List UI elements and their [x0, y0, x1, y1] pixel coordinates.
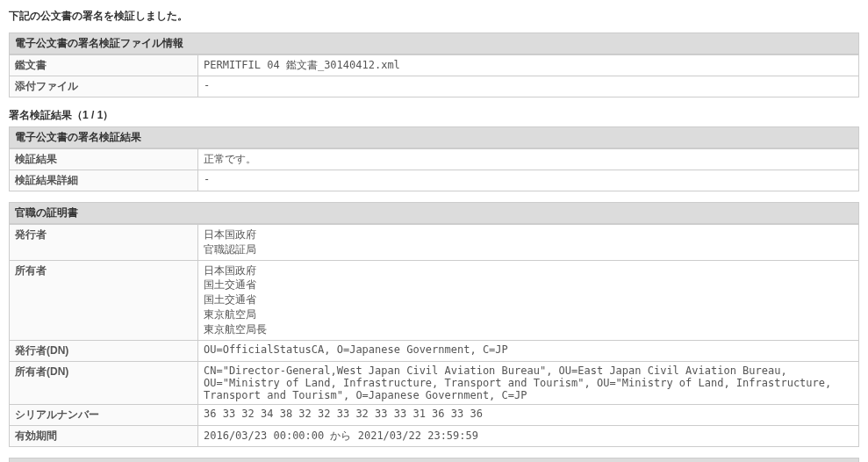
owner-line: 東京航空局 [204, 308, 256, 321]
owner-line: 日本国政府 [204, 264, 256, 277]
owner-value: 日本国政府 国土交通省 国土交通省 東京航空局 東京航空局長 [198, 260, 859, 340]
table-row: 検証結果詳細 - [10, 170, 859, 191]
official-cert-table: 発行者 日本国政府 官職認証局 所有者 日本国政府 国土交通省 国土交通省 東京… [9, 224, 859, 447]
issuer-line: 日本国政府 [204, 228, 256, 241]
kanbunsho-value: PERMITFIL 04 鑑文書_30140412.xml [198, 55, 859, 76]
attachment-value: - [198, 76, 859, 97]
owner-label: 所有者 [10, 260, 198, 340]
result-label: 検証結果 [10, 149, 198, 170]
verify-result-title: 署名検証結果（1 / 1） [9, 108, 859, 123]
table-row: 有効期間 2016/03/23 00:00:00 から 2021/03/22 2… [10, 425, 859, 446]
owner-line: 国土交通省 [204, 278, 256, 291]
validity-value: 2016/03/23 00:00:00 から 2021/03/22 23:59:… [198, 425, 859, 446]
file-info-header: 電子公文書の署名検証ファイル情報 [9, 32, 859, 54]
verify-result-table: 検証結果 正常です。 検証結果詳細 - [9, 148, 859, 191]
verify-result-section: 電子公文書の署名検証結果 検証結果 正常です。 検証結果詳細 - [9, 126, 859, 191]
file-info-section: 電子公文書の署名検証ファイル情報 鑑文書 PERMITFIL 04 鑑文書_30… [9, 32, 859, 97]
validity-label: 有効期間 [10, 425, 198, 446]
official-cert-section: 官職の証明書 発行者 日本国政府 官職認証局 所有者 日本国政府 国土交通省 国… [9, 202, 859, 447]
table-row: 鑑文書 PERMITFIL 04 鑑文書_30140412.xml [10, 55, 859, 76]
table-row: 添付ファイル - [10, 76, 859, 97]
table-row: 発行者 日本国政府 官職認証局 [10, 225, 859, 261]
table-row: 発行者(DN) OU=OfficialStatusCA, O=Japanese … [10, 340, 859, 361]
issuer-label: 発行者 [10, 225, 198, 261]
issuer-line: 官職認証局 [204, 243, 256, 256]
table-row: 所有者 日本国政府 国土交通省 国土交通省 東京航空局 東京航空局長 [10, 260, 859, 340]
owner-line: 東京航空局長 [204, 323, 267, 336]
issuer-value: 日本国政府 官職認証局 [198, 225, 859, 261]
verify-result-header: 電子公文書の署名検証結果 [9, 126, 859, 148]
serial-value: 36 33 32 34 38 32 32 33 32 33 33 31 36 3… [198, 404, 859, 425]
intro-text: 下記の公文書の署名を検証しました。 [9, 9, 859, 24]
official-cert-header: 官職の証明書 [9, 202, 859, 224]
result-detail-label: 検証結果詳細 [10, 170, 198, 191]
table-row: 検証結果 正常です。 [10, 149, 859, 170]
agency-cert-header: 行政機関の証明書 [9, 458, 859, 462]
kanbunsho-label: 鑑文書 [10, 55, 198, 76]
result-value: 正常です。 [198, 149, 859, 170]
owner-dn-value: CN="Director-General,West Japan Civil Av… [198, 361, 859, 404]
owner-dn-label: 所有者(DN) [10, 361, 198, 404]
file-info-table: 鑑文書 PERMITFIL 04 鑑文書_30140412.xml 添付ファイル… [9, 54, 859, 97]
result-detail-value: - [198, 170, 859, 191]
table-row: 所有者(DN) CN="Director-General,West Japan … [10, 361, 859, 404]
issuer-dn-label: 発行者(DN) [10, 340, 198, 361]
owner-line: 国土交通省 [204, 293, 256, 306]
table-row: シリアルナンバー 36 33 32 34 38 32 32 33 32 33 3… [10, 404, 859, 425]
serial-label: シリアルナンバー [10, 404, 198, 425]
agency-cert-section: 行政機関の証明書 発行者(DN) OU=OfficialStatusCA, O=… [9, 458, 859, 462]
issuer-dn-value: OU=OfficialStatusCA, O=Japanese Governme… [198, 340, 859, 361]
attachment-label: 添付ファイル [10, 76, 198, 97]
